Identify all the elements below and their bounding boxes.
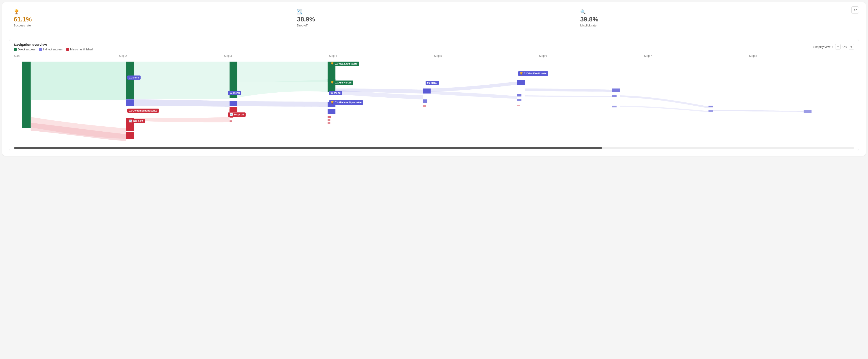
simplify-minus-button[interactable]: − [835,44,841,50]
svg-rect-24 [230,120,232,122]
node-label: 03 Menu [230,91,240,94]
node-label: Drop-off [133,119,143,122]
back-button[interactable]: ↩ [851,6,859,14]
step-label-2: Step 2 [119,54,224,57]
node-dropoff-step3[interactable]: 📉 Drop-off [228,112,245,117]
svg-rect-14 [612,88,620,92]
misclick-label: Misclick rate [580,24,854,27]
step-label-start: Start [14,54,119,57]
node-label: 02 Visa Kreditkarte [335,62,358,65]
dropoff-icon: 📉 [297,9,571,15]
node-03-menu-step3[interactable]: 03 Menu [228,91,241,95]
node-label: Drop-off [234,113,244,116]
legend-mission-unfinished: Mission unfinished [66,48,93,51]
svg-rect-5 [126,100,134,106]
svg-rect-8 [328,109,335,114]
svg-rect-30 [517,105,520,106]
trophy-icon: 🏆 [14,9,288,15]
node-label: 03 Alle Kreditprodukte [335,101,362,104]
node-01-menu-step5[interactable]: 01 Menu [426,81,439,85]
node-label: 02 Alle Karten [335,81,351,84]
scrollbar[interactable] [14,147,854,149]
metric-drop-off: 📉 38.9% Drop-off [292,7,576,29]
navigation-overview: Navigation overview Direct success Indir… [9,39,859,151]
info-icon[interactable]: ℹ [832,45,833,49]
svg-rect-19 [804,110,811,113]
svg-rect-27 [328,119,330,121]
node-02-visa-step4[interactable]: 🏆 02 Visa Kreditkarte [329,62,359,66]
legend: Direct success Indirect success Mission … [14,48,93,51]
simplify-plus-button[interactable]: + [849,44,854,50]
mission-unfinished-dot [66,48,69,51]
step-label-5: Step 5 [434,54,539,57]
simplify-label: Simplify view [813,45,830,49]
trophy-icon-node: 🏆 [331,62,334,65]
node-01-menu-step4[interactable]: 01 Menu [329,91,342,95]
misclick-icon: 🔍 [580,9,854,15]
main-container: ↩ 🏆 61.1% Success rate 📉 38.9% Drop-off … [2,2,866,156]
step-label-3: Step 3 [224,54,329,57]
step-label-7: Step 7 [644,54,749,57]
svg-rect-1 [126,62,134,99]
svg-rect-25 [230,107,238,112]
svg-rect-10 [423,100,427,103]
misclick-value: 39.8% [580,16,854,23]
dropoff-icon-node: 📉 [129,119,132,122]
sankey-svg [14,61,854,145]
dropoff-icon-node2: 📉 [230,113,233,116]
svg-rect-9 [423,88,431,93]
svg-rect-12 [517,94,522,96]
trophy-icon-node3: 🏆 [520,72,523,75]
step-labels-row: Start Step 2 Step 3 Step 4 Step 5 Step 6… [14,53,854,59]
success-rate-label: Success rate [14,24,288,27]
svg-rect-21 [126,132,134,139]
svg-rect-29 [423,105,426,107]
drop-off-value: 38.9% [297,16,571,23]
mission-unfinished-label: Mission unfinished [70,48,93,51]
svg-rect-22 [230,109,234,112]
legend-indirect-success: Indirect success [39,48,63,51]
svg-rect-17 [709,106,713,107]
svg-rect-13 [517,99,522,101]
node-label: 01 Menu [129,76,139,79]
svg-rect-26 [328,116,331,118]
simplify-pct: 0% [842,45,847,49]
trophy-icon-node4: 🏆 [331,101,334,104]
svg-rect-16 [612,106,617,107]
svg-rect-11 [517,80,525,85]
nav-title: Navigation overview [14,43,93,47]
node-gemeinschaftskonto[interactable]: 02 Gemeinschaftskonto [127,109,159,113]
step-label-6: Step 6 [539,54,644,57]
node-02-alle-karten[interactable]: 🏆 02 Alle Karten [329,81,353,85]
svg-rect-18 [709,110,713,112]
svg-rect-0 [22,62,31,128]
node-label: 01 Menu [331,91,341,94]
indirect-success-label: Indirect success [43,48,63,51]
metric-misclick: 🔍 39.8% Misclick rate [576,7,859,29]
direct-success-dot [14,48,17,51]
legend-direct-success: Direct success [14,48,35,51]
node-label: 02 Visa Kreditkarte [524,72,547,75]
direct-success-label: Direct success [18,48,35,51]
sankey-diagram: 01 Menu 🏆 02 Visa Kreditkarte 🏆 02 Alle … [14,61,854,145]
metric-success-rate: 🏆 61.1% Success rate [9,7,292,29]
drop-off-label: Drop-off [297,24,571,27]
step-label-4: Step 4 [329,54,434,57]
scrollbar-thumb [14,147,602,149]
node-02-visa-step6[interactable]: 🏆 02 Visa Kreditkarte [518,72,548,76]
node-label: 02 Gemeinschaftskonto [129,109,157,112]
node-03-alle-kreditprodukte[interactable]: 🏆 03 Alle Kreditprodukte [329,100,363,105]
node-dropoff-step2[interactable]: 📉 Drop-off [127,119,145,123]
svg-rect-6 [230,101,238,106]
nav-header: Navigation overview Direct success Indir… [14,43,854,51]
svg-rect-28 [328,122,330,124]
svg-rect-15 [612,95,617,97]
indirect-success-dot [39,48,42,51]
trophy-icon-node2: 🏆 [331,81,334,84]
simplify-controls: Simplify view ℹ − 0% + [813,44,854,50]
success-rate-value: 61.1% [14,16,288,23]
step-label-8: Step 8 [749,54,854,57]
node-label: 01 Menu [427,81,437,84]
metrics-row: 🏆 61.1% Success rate 📉 38.9% Drop-off 🔍 … [9,7,859,34]
node-01-menu-step2[interactable]: 01 Menu [127,76,141,80]
